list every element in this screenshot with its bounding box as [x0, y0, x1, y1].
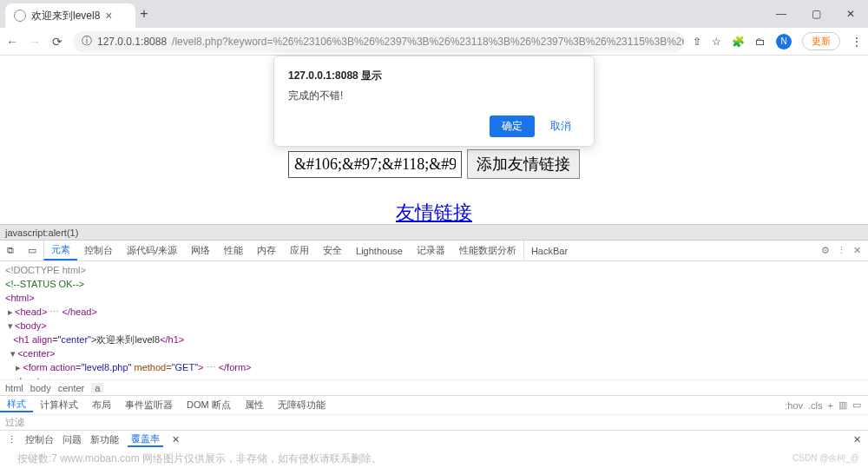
dom-line: <!--STATUS OK--> [5, 279, 84, 289]
search-form: 添加友情链接 [288, 149, 580, 179]
profile-avatar[interactable]: N [776, 34, 792, 49]
tab-lighthouse[interactable]: Lighthouse [349, 241, 410, 260]
devtools-more-icon[interactable]: ⋮ [837, 245, 846, 256]
devtools-settings-icon[interactable]: ⚙ [821, 245, 830, 256]
tab-elements[interactable]: 元素 [43, 241, 77, 260]
forward-button[interactable]: → [28, 35, 42, 49]
tab-dombreak[interactable]: DOM 断点 [180, 399, 238, 412]
tab-a11y[interactable]: 无障碍功能 [271, 399, 332, 412]
tab-memory[interactable]: 内存 [250, 241, 283, 260]
hov-toggle[interactable]: :hov [785, 400, 803, 411]
extensions-icon[interactable]: 🧩 [732, 36, 745, 48]
tab-performance[interactable]: 性能 [217, 241, 250, 260]
cls-toggle[interactable]: .cls [808, 400, 823, 411]
styles-tabs: 样式 计算样式 布局 事件监听器 DOM 断点 属性 无障碍功能 :hov .c… [0, 395, 868, 414]
status-bar: javascript:alert(1) [0, 224, 868, 240]
close-window-button[interactable]: ✕ [833, 2, 868, 26]
drawer-tab[interactable]: 问题 [62, 433, 82, 446]
maximize-button[interactable]: ▢ [799, 2, 833, 26]
devtools-tabs: ⧉ ▭ 元素 控制台 源代码/来源 网络 性能 内存 应用 安全 Lightho… [0, 241, 868, 261]
crumb-item[interactable]: body [30, 383, 51, 393]
dom-line: <body> [15, 320, 47, 331]
console-drawer: ⋮ 控制台 问题 新功能 覆盖率 ✕ ✕ [0, 430, 868, 449]
tab-favicon [14, 10, 26, 22]
drawer-close-icon[interactable]: ✕ [853, 434, 861, 445]
tab-security[interactable]: 安全 [316, 241, 349, 260]
watermark-text: 按键数:7 www.moban.com 网络图片仅供展示，非存储，如有侵权请联系… [17, 452, 382, 466]
tab-perfinsights[interactable]: 性能数据分析 [452, 241, 523, 260]
dom-line: <!DOCTYPE html> [5, 265, 86, 275]
device-icon[interactable]: ▭ [21, 241, 43, 260]
crumb-item[interactable]: html [5, 383, 23, 393]
inspect-icon[interactable]: ⧉ [0, 241, 21, 260]
bookmark-icon[interactable]: ☆ [712, 36, 721, 48]
tab-styles[interactable]: 样式 [0, 398, 33, 412]
drawer-menu-icon[interactable]: ⋮ [7, 434, 16, 445]
dialog-title: 127.0.0.1:8088 显示 [288, 69, 580, 83]
tab-application[interactable]: 应用 [283, 241, 316, 260]
styles-layout-icon[interactable]: ▥ [838, 399, 847, 411]
watermark-right: CSDN @余柯_@ [792, 452, 859, 465]
site-info-icon[interactable]: ⓘ [82, 34, 92, 49]
devtools-close-icon[interactable]: ✕ [853, 245, 861, 256]
watermark: 按键数:7 www.moban.com 网络图片仅供展示，非存储，如有侵权请联系… [0, 449, 868, 468]
toolbar-right: ⇧ ☆ 🧩 🗀 N 更新 ⋮ [693, 32, 863, 50]
browser-tab[interactable]: 欢迎来到level8 × [5, 3, 135, 28]
filter-input[interactable]: 过滤 [0, 414, 868, 430]
url-input[interactable]: ⓘ 127.0.0.1:8088/level8.php?keyword=%26%… [73, 31, 684, 52]
back-button[interactable]: ← [5, 35, 19, 49]
submit-button[interactable]: 添加友情链接 [467, 149, 580, 179]
add-style[interactable]: + [828, 400, 833, 411]
drawer-tab[interactable]: 控制台 [25, 433, 54, 446]
tab-listeners[interactable]: 事件监听器 [118, 399, 180, 412]
share-icon[interactable]: ⇧ [693, 36, 701, 48]
dom-line: <head> [15, 307, 47, 317]
devtools: ⧉ ▭ 元素 控制台 源代码/来源 网络 性能 内存 应用 安全 Lightho… [0, 240, 868, 449]
tab-close-icon[interactable]: × [105, 9, 112, 23]
drawer-tab-close[interactable]: ✕ [172, 434, 180, 445]
dialog-message: 完成的不错! [288, 89, 580, 103]
dom-tree[interactable]: <!DOCTYPE html> <!--STATUS OK--> <html> … [0, 261, 868, 379]
tab-hackbar[interactable]: HackBar [523, 241, 575, 260]
page-content: 127.0.0.1:8088 显示 完成的不错! 确定 取消 添加友情链接 友情… [0, 56, 868, 224]
crumb-item[interactable]: center [58, 383, 85, 393]
tab-title: 欢迎来到level8 [31, 9, 100, 23]
breadcrumb: html body center a [0, 379, 868, 395]
tab-network[interactable]: 网络 [184, 241, 217, 260]
titlebar: 欢迎来到level8 × + — ▢ ✕ [0, 0, 868, 28]
tab-props[interactable]: 属性 [238, 399, 271, 412]
alert-dialog: 127.0.0.1:8088 显示 完成的不错! 确定 取消 [273, 56, 595, 147]
dom-line: <html> [5, 293, 35, 303]
address-bar: ← → ⟳ ⓘ 127.0.0.1:8088/level8.php?keywor… [0, 28, 868, 56]
url-path: /level8.php?keyword=%26%23106%3B%26%2397… [172, 36, 684, 48]
drawer-tab[interactable]: 新功能 [90, 433, 119, 446]
new-tab-button[interactable]: + [135, 6, 153, 22]
reload-button[interactable]: ⟳ [50, 35, 64, 49]
crumb-item[interactable]: a [91, 383, 103, 393]
tab-sources[interactable]: 源代码/来源 [120, 241, 184, 260]
minimize-button[interactable]: — [764, 2, 799, 26]
friend-link[interactable]: 友情链接 [396, 200, 472, 226]
menu-button[interactable]: ⋮ [851, 35, 863, 49]
tab-console[interactable]: 控制台 [77, 241, 120, 260]
tab-computed[interactable]: 计算样式 [33, 399, 85, 412]
keyword-input[interactable] [288, 151, 462, 178]
cancel-button[interactable]: 取消 [542, 115, 580, 137]
drawer-tab-coverage[interactable]: 覆盖率 [128, 432, 163, 447]
tab-recorder[interactable]: 记录器 [410, 241, 452, 260]
url-host: 127.0.0.1:8088 [97, 36, 167, 48]
bookmarks-list-icon[interactable]: 🗀 [755, 36, 766, 48]
window-controls: — ▢ ✕ [764, 2, 868, 26]
update-button[interactable]: 更新 [802, 32, 840, 50]
ok-button[interactable]: 确定 [490, 115, 535, 137]
styles-more-icon[interactable]: ▭ [852, 399, 861, 411]
tab-layout[interactable]: 布局 [85, 399, 118, 412]
